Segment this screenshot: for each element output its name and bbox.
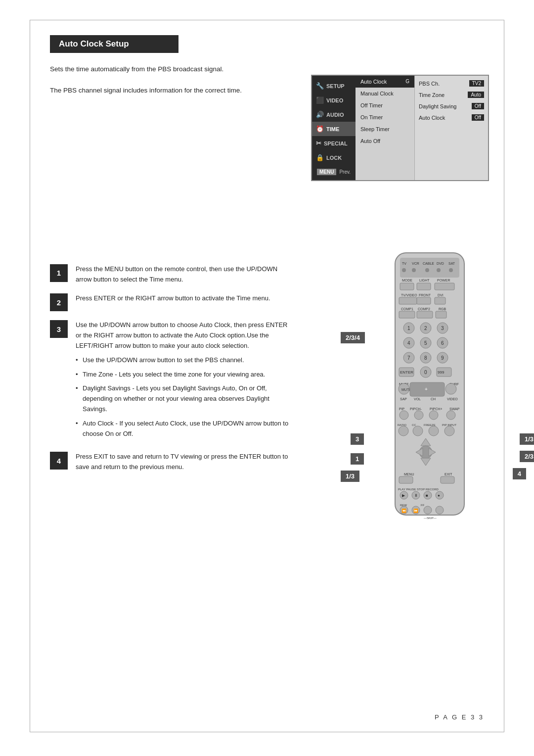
step-3-badge: 3 bbox=[50, 320, 68, 338]
svg-text:▶: ▶ bbox=[402, 493, 405, 498]
lock-icon: 🔒 bbox=[316, 154, 324, 161]
tv-menu-screenshot: 🔧 SETUP ⬛ VIDEO 🔊 AUDIO ⏰ TIME ✂ SPE bbox=[311, 75, 489, 181]
svg-text:DVD: DVD bbox=[437, 262, 444, 265]
tv-middle-off-timer: Off Timer bbox=[356, 99, 414, 111]
svg-text:1: 1 bbox=[407, 326, 410, 331]
svg-point-106 bbox=[436, 506, 444, 514]
svg-point-105 bbox=[424, 506, 432, 514]
svg-text:VIDEO: VIDEO bbox=[447, 397, 458, 401]
svg-text:CH: CH bbox=[431, 397, 436, 401]
step-3-bullets: Use the UP/DOWN arrow button to set the … bbox=[76, 355, 293, 439]
svg-text:FRONT: FRONT bbox=[419, 293, 431, 297]
svg-text:9: 9 bbox=[441, 355, 444, 361]
badge-3-left: 3 bbox=[351, 433, 364, 445]
bullet-pbs: Use the UP/DOWN arrow button to set the … bbox=[76, 355, 293, 366]
svg-point-77 bbox=[399, 426, 408, 436]
svg-text:6: 6 bbox=[441, 340, 444, 346]
svg-text:ENTER: ENTER bbox=[400, 370, 413, 375]
audio-icon: 🔊 bbox=[316, 111, 324, 118]
svg-text:⏪: ⏪ bbox=[401, 508, 406, 513]
special-icon: ✂ bbox=[316, 140, 321, 147]
svg-text:PIPCH+: PIPCH+ bbox=[430, 407, 442, 411]
svg-text:999: 999 bbox=[438, 370, 445, 375]
svg-text:3: 3 bbox=[441, 326, 444, 331]
badge-13-bottom: 1/3 bbox=[341, 471, 359, 482]
tv-menu-audio: 🔊 AUDIO bbox=[312, 107, 356, 122]
svg-point-60 bbox=[445, 383, 456, 394]
svg-rect-15 bbox=[400, 283, 414, 290]
svg-text:POWER: POWER bbox=[437, 279, 450, 282]
svg-text:MODE: MODE bbox=[402, 279, 412, 282]
svg-point-78 bbox=[413, 426, 423, 436]
svg-text:FF: FF bbox=[421, 504, 425, 507]
svg-text:DVI: DVI bbox=[438, 293, 444, 297]
svg-text:LIGHT: LIGHT bbox=[419, 279, 430, 282]
svg-text:5: 5 bbox=[424, 340, 427, 346]
badge-1-left: 1 bbox=[351, 453, 364, 465]
svg-text:MENU: MENU bbox=[404, 472, 414, 476]
step-4-text: Press EXIT to save and return to TV view… bbox=[76, 452, 293, 472]
badge-13-right: 1/3 bbox=[520, 433, 534, 445]
svg-text:4: 4 bbox=[407, 340, 410, 346]
intro-line2: The PBS channel signal includes informat… bbox=[50, 85, 287, 96]
tv-menu-lock: 🔒 LOCK bbox=[312, 150, 356, 165]
svg-text:TV/VIDEO: TV/VIDEO bbox=[401, 293, 417, 297]
svg-point-71 bbox=[429, 411, 438, 420]
step-1-text: Press the MENU button on the remote cont… bbox=[76, 264, 293, 285]
tv-right-auto-clock: Auto Clock Off bbox=[415, 112, 488, 123]
tv-menu-special: ✂ SPECIAL bbox=[312, 136, 356, 150]
svg-rect-88 bbox=[399, 476, 413, 483]
svg-point-11 bbox=[449, 268, 453, 272]
step-3-text: Use the UP/DOWN arrow button to choose A… bbox=[76, 320, 293, 443]
page-container: Auto Clock Setup Sets the time automatic… bbox=[30, 20, 504, 732]
tv-middle-on-timer: On Timer bbox=[356, 111, 414, 123]
remote-svg: TV VCR CABLE DVD SAT MODE LIGHT POWER TV… bbox=[380, 248, 479, 525]
badge-23-right: 2/3 bbox=[520, 451, 534, 462]
tv-menu-time: ⏰ TIME bbox=[312, 122, 356, 136]
badge-234: 2/3/4 bbox=[341, 332, 365, 343]
video-icon: ⬛ bbox=[316, 96, 324, 104]
svg-text:CABLE: CABLE bbox=[423, 262, 434, 265]
svg-text:SAP: SAP bbox=[400, 397, 407, 401]
step-2-badge: 2 bbox=[50, 293, 68, 311]
svg-point-7 bbox=[402, 268, 406, 272]
tv-right-timezone: Time Zone Auto bbox=[415, 89, 488, 100]
svg-point-10 bbox=[437, 268, 441, 272]
tv-menu-bottom-bar: MENU Prev. bbox=[312, 167, 356, 177]
time-icon: ⏰ bbox=[316, 125, 324, 133]
svg-text:SAT: SAT bbox=[448, 262, 455, 265]
setup-icon: 🔧 bbox=[316, 82, 324, 90]
svg-text:■: ■ bbox=[426, 493, 428, 498]
svg-rect-21 bbox=[399, 297, 417, 304]
svg-text:0: 0 bbox=[424, 370, 427, 375]
svg-text:VCR: VCR bbox=[412, 262, 419, 265]
tv-menu-middle: Auto Clock G Manual Clock Off Timer On T… bbox=[356, 76, 415, 180]
svg-text:PLAY PAUSE STOP RECORD: PLAY PAUSE STOP RECORD bbox=[398, 488, 439, 491]
tv-menu-setup: 🔧 SETUP bbox=[312, 79, 356, 93]
svg-text:⏸: ⏸ bbox=[414, 493, 418, 498]
svg-text:PIP: PIP bbox=[399, 407, 405, 411]
svg-rect-28 bbox=[417, 311, 433, 318]
svg-point-72 bbox=[446, 411, 455, 420]
intro-text: Sets the time automatically from the PBS… bbox=[50, 64, 287, 96]
tv-menu-left: 🔧 SETUP ⬛ VIDEO 🔊 AUDIO ⏰ TIME ✂ SPE bbox=[312, 76, 356, 180]
remote-area: 2/3/4 3 1 1/3 1/3 2/3 4 TV VCR CABLE DVD… bbox=[380, 248, 499, 526]
svg-text:TV: TV bbox=[402, 262, 406, 265]
svg-rect-16 bbox=[417, 283, 431, 290]
svg-point-80 bbox=[445, 426, 454, 436]
tv-middle-manual-clock: Manual Clock bbox=[356, 88, 414, 99]
step-1-badge: 1 bbox=[50, 264, 68, 282]
svg-text:⏩: ⏩ bbox=[413, 508, 418, 513]
svg-text:RGB: RGB bbox=[439, 307, 446, 311]
svg-rect-1 bbox=[400, 258, 459, 278]
svg-rect-17 bbox=[435, 283, 454, 290]
svg-text:7: 7 bbox=[407, 355, 410, 361]
bullet-daylight: Daylight Savings - Lets you set Daylight… bbox=[76, 383, 293, 414]
svg-rect-23 bbox=[435, 297, 445, 304]
intro-line1: Sets the time automatically from the PBS… bbox=[50, 64, 287, 75]
tv-right-pbs: PBS Ch. TV2 bbox=[415, 78, 488, 89]
svg-text:—SKIP—: —SKIP— bbox=[424, 517, 437, 520]
svg-text:EXIT: EXIT bbox=[445, 472, 452, 476]
svg-text:SWAP: SWAP bbox=[449, 407, 460, 411]
bullet-timezone: Time Zone - Lets you select the time zon… bbox=[76, 370, 293, 380]
